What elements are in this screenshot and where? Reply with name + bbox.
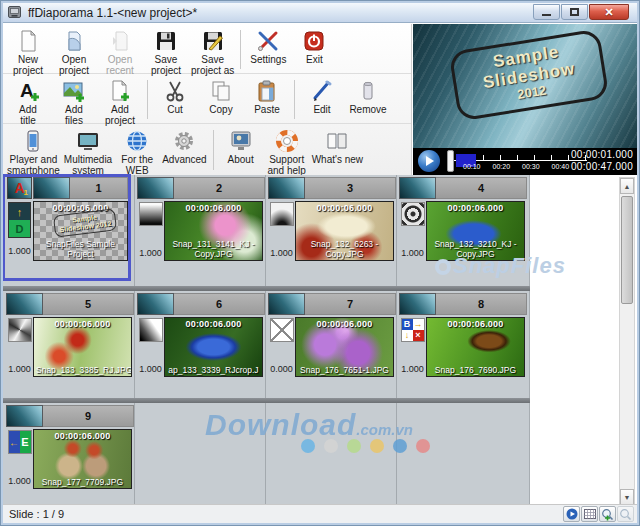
timeline-view-button[interactable]: [581, 506, 598, 522]
copy-button[interactable]: Copy: [198, 76, 244, 123]
slide-header: 9: [6, 405, 134, 427]
transition-icon[interactable]: [8, 318, 32, 342]
slide-duration: 00:00:06.000: [427, 203, 524, 213]
add-project-button[interactable]: Add project: [97, 76, 143, 123]
arrow-down-icon: ↓: [402, 330, 413, 341]
slide-thumbnail[interactable]: 00:00:06.000 Snap_176_7651-1.JPG: [295, 317, 394, 377]
paste-button[interactable]: Paste: [244, 76, 290, 123]
player-smartphone-button[interactable]: Player and smartphone: [5, 126, 62, 174]
transition-strip: 1.000: [137, 201, 164, 284]
add-files-button[interactable]: Add files: [51, 76, 97, 123]
about-button[interactable]: About: [218, 126, 264, 174]
cut-button[interactable]: Cut: [152, 76, 198, 123]
slide-cell-1[interactable]: 1 A1 ↑ D 1.000 00:00:06.000 Sample Slide…: [2, 174, 131, 281]
slide-thumbnail[interactable]: 00:00:06.000 Snap_133_3385_RJ.JPG: [33, 317, 132, 377]
scrollbar-thumb[interactable]: [621, 196, 633, 304]
whats-new-button[interactable]: What's new: [310, 126, 365, 174]
add-project-icon: [108, 79, 132, 103]
edit-button[interactable]: Edit: [299, 76, 345, 123]
globe-icon: [125, 129, 149, 153]
player-bar: 00:10 00:20 00:30 00:40 00:00:01.000 00:…: [413, 148, 637, 175]
new-project-button[interactable]: New project: [5, 26, 51, 73]
slide-cell-4[interactable]: 4 1.000 00:00:06.000 Snap_132_3210_KJ - …: [398, 177, 527, 284]
grid-icon: [584, 508, 596, 520]
slide-cell-6[interactable]: 6 1.000 00:00:06.000 ap_133_3339_RJcrop.…: [136, 293, 265, 400]
slide-cell-9[interactable]: 9 ←E 1.000 00:00:06.000 Snap_177_7709.JP…: [5, 405, 134, 512]
slide-body: 1.000 00:00:06.000 Snap_132_3210_KJ - Co…: [399, 201, 527, 284]
scroll-down-button[interactable]: ▼: [620, 489, 634, 505]
transition-strip: 0.000: [268, 317, 295, 400]
transition-icon[interactable]: [139, 202, 163, 226]
slide-caption: ap_133_3339_RJcrop.J: [165, 366, 262, 376]
zoom-out-button[interactable]: [617, 506, 634, 522]
add-title-button[interactable]: A Add title: [5, 76, 51, 123]
timeline-scrollbar[interactable]: ▲ ▼: [619, 177, 635, 506]
slide-thumbnail[interactable]: 00:00:06.000 Snap_132_3210_KJ - Copy.JPG: [426, 201, 525, 261]
slide-mini-thumbnail: [33, 177, 70, 199]
settings-button[interactable]: Settings: [245, 26, 291, 73]
transition-duration: 1.000: [8, 476, 31, 486]
toolbar-label: Save project as: [191, 54, 234, 76]
slide-cell-8[interactable]: 8 B→↓× 1.000 00:00:06.000 Snap_176_7690.…: [398, 293, 527, 400]
slide-thumbnail[interactable]: 00:00:06.000 Snap_132_6263 - Copy.JPG: [295, 201, 394, 261]
scroll-up-button[interactable]: ▲: [620, 178, 634, 194]
transition-strip: 1.000: [6, 317, 33, 400]
exit-button[interactable]: Exit: [291, 26, 337, 73]
slide-thumbnail[interactable]: 00:00:06.000 Snap_176_7690.JPG: [426, 317, 525, 377]
slide-cell-2[interactable]: 2 1.000 00:00:06.000 Snap_131_3141_KJ - …: [136, 177, 265, 284]
transition-duration: 1.000: [139, 248, 162, 258]
support-help-button[interactable]: Support and help: [264, 126, 310, 174]
slide-body: 1.000 00:00:06.000 ap_133_3339_RJcrop.J: [137, 317, 265, 400]
save-project-button[interactable]: Save project: [143, 26, 189, 73]
transition-icon[interactable]: ←E: [8, 430, 32, 454]
slide-duration: 00:00:06.000: [296, 319, 393, 329]
transition-icon[interactable]: [401, 202, 425, 226]
preview-image: Sample Slideshow 2012: [413, 24, 637, 148]
slide-number: 8: [436, 293, 527, 315]
slide-thumbnail[interactable]: 00:00:06.000 Sample Slideshow 2012 SnapF…: [33, 201, 128, 261]
open-recent-button[interactable]: Open recent: [97, 26, 143, 73]
advanced-button[interactable]: Advanced: [160, 126, 208, 174]
transition-icon[interactable]: B→↓×: [401, 318, 425, 342]
slide-cell-7[interactable]: 7 0.000 00:00:06.000 Snap_176_7651-1.JPG: [267, 293, 396, 400]
new-project-icon: [16, 29, 40, 53]
maximize-button[interactable]: [561, 4, 588, 20]
open-project-button[interactable]: Open project: [51, 26, 97, 73]
slide-header: 6: [137, 293, 265, 315]
slide-mini-thumbnail: [137, 293, 174, 315]
save-project-as-button[interactable]: Save project as: [189, 26, 236, 73]
transition-icon[interactable]: [270, 202, 294, 226]
seek-slider[interactable]: 00:10 00:20 00:30 00:40: [443, 148, 587, 175]
zoom-in-button[interactable]: [599, 506, 616, 522]
transition-icon[interactable]: [270, 318, 294, 342]
arrow-right-icon: →: [413, 319, 424, 330]
minimize-button[interactable]: [533, 4, 560, 20]
slide-thumbnail[interactable]: 00:00:06.000 ap_133_3339_RJcrop.J: [164, 317, 263, 377]
slide-cell-3[interactable]: 3 1.000 00:00:06.000 Snap_132_6263 - Cop…: [267, 177, 396, 284]
slide-cell-5[interactable]: 5 1.000 00:00:06.000 Snap_133_3385_RJ.JP…: [5, 293, 134, 400]
slide-counter: Slide : 1 / 9: [9, 508, 64, 520]
multimedia-system-button[interactable]: Multimedia system: [62, 126, 114, 174]
play-icon: [426, 156, 434, 166]
slide-thumbnail[interactable]: 00:00:06.000 Snap_177_7709.JPG: [33, 429, 132, 489]
close-button[interactable]: ✕: [589, 4, 629, 20]
slide-property-strip: A1 ↑ D 1.000: [6, 177, 33, 278]
slide-mini-thumbnail: [268, 177, 305, 199]
toolbar-row-project: New project Open project Open recent Sav…: [3, 24, 411, 74]
remove-button[interactable]: Remove: [345, 76, 391, 123]
for-the-web-button[interactable]: For the WEB: [114, 126, 160, 174]
toolbar-label: Settings: [250, 54, 286, 65]
toolbar-label: Exit: [306, 54, 323, 65]
play-button[interactable]: [418, 150, 440, 172]
title-track-icon[interactable]: A1: [7, 177, 32, 199]
window-title: ffDiaporama 1.1-<new project>*: [28, 6, 197, 20]
slide-thumbnail[interactable]: 00:00:06.000 Snap_131_3141_KJ - Copy.JPG: [164, 201, 263, 261]
transition-icon[interactable]: [139, 318, 163, 342]
transition-duration: 1.000: [270, 248, 293, 258]
app-window: ffDiaporama 1.1-<new project>* ✕ New pro…: [0, 0, 640, 526]
background-icons[interactable]: ↑ D: [8, 202, 31, 238]
play-icon: [566, 508, 578, 520]
tick-label: 00:30: [522, 163, 540, 170]
slide-number: 2: [174, 177, 265, 199]
preview-play-button[interactable]: [563, 506, 580, 522]
